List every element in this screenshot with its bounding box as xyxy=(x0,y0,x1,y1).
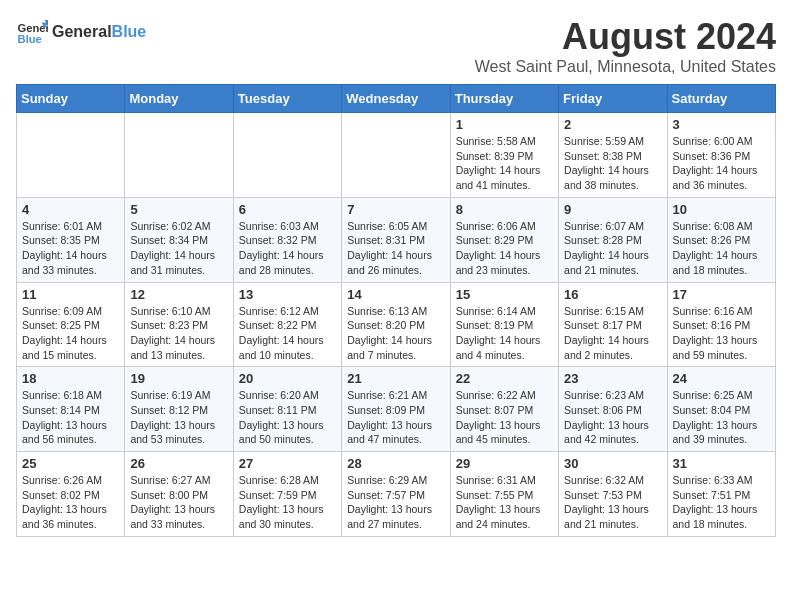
calendar-cell: 4Sunrise: 6:01 AM Sunset: 8:35 PM Daylig… xyxy=(17,197,125,282)
logo: General Blue General Blue xyxy=(16,16,146,48)
day-info: Sunrise: 6:18 AM Sunset: 8:14 PM Dayligh… xyxy=(22,388,119,447)
calendar-cell: 14Sunrise: 6:13 AM Sunset: 8:20 PM Dayli… xyxy=(342,282,450,367)
calendar-cell: 19Sunrise: 6:19 AM Sunset: 8:12 PM Dayli… xyxy=(125,367,233,452)
calendar-table: SundayMondayTuesdayWednesdayThursdayFrid… xyxy=(16,84,776,537)
calendar-cell xyxy=(17,113,125,198)
day-number: 8 xyxy=(456,202,553,217)
day-info: Sunrise: 6:14 AM Sunset: 8:19 PM Dayligh… xyxy=(456,304,553,363)
calendar-cell: 16Sunrise: 6:15 AM Sunset: 8:17 PM Dayli… xyxy=(559,282,667,367)
day-info: Sunrise: 6:31 AM Sunset: 7:55 PM Dayligh… xyxy=(456,473,553,532)
calendar-cell: 27Sunrise: 6:28 AM Sunset: 7:59 PM Dayli… xyxy=(233,452,341,537)
day-number: 22 xyxy=(456,371,553,386)
day-info: Sunrise: 6:09 AM Sunset: 8:25 PM Dayligh… xyxy=(22,304,119,363)
calendar-cell: 9Sunrise: 6:07 AM Sunset: 8:28 PM Daylig… xyxy=(559,197,667,282)
day-info: Sunrise: 6:33 AM Sunset: 7:51 PM Dayligh… xyxy=(673,473,770,532)
day-info: Sunrise: 6:06 AM Sunset: 8:29 PM Dayligh… xyxy=(456,219,553,278)
day-number: 19 xyxy=(130,371,227,386)
day-number: 4 xyxy=(22,202,119,217)
logo-icon: General Blue xyxy=(16,16,48,48)
header: General Blue General Blue August 2024 We… xyxy=(16,16,776,76)
day-info: Sunrise: 6:23 AM Sunset: 8:06 PM Dayligh… xyxy=(564,388,661,447)
page-subtitle: West Saint Paul, Minnesota, United State… xyxy=(475,58,776,76)
calendar-week-row: 18Sunrise: 6:18 AM Sunset: 8:14 PM Dayli… xyxy=(17,367,776,452)
calendar-cell: 8Sunrise: 6:06 AM Sunset: 8:29 PM Daylig… xyxy=(450,197,558,282)
day-number: 24 xyxy=(673,371,770,386)
calendar-cell: 31Sunrise: 6:33 AM Sunset: 7:51 PM Dayli… xyxy=(667,452,775,537)
calendar-cell: 26Sunrise: 6:27 AM Sunset: 8:00 PM Dayli… xyxy=(125,452,233,537)
day-info: Sunrise: 6:03 AM Sunset: 8:32 PM Dayligh… xyxy=(239,219,336,278)
day-number: 14 xyxy=(347,287,444,302)
day-info: Sunrise: 6:15 AM Sunset: 8:17 PM Dayligh… xyxy=(564,304,661,363)
logo-blue-text: Blue xyxy=(112,23,147,41)
day-number: 1 xyxy=(456,117,553,132)
calendar-cell xyxy=(125,113,233,198)
calendar-cell: 6Sunrise: 6:03 AM Sunset: 8:32 PM Daylig… xyxy=(233,197,341,282)
calendar-week-row: 4Sunrise: 6:01 AM Sunset: 8:35 PM Daylig… xyxy=(17,197,776,282)
day-info: Sunrise: 6:19 AM Sunset: 8:12 PM Dayligh… xyxy=(130,388,227,447)
calendar-cell: 1Sunrise: 5:58 AM Sunset: 8:39 PM Daylig… xyxy=(450,113,558,198)
day-number: 31 xyxy=(673,456,770,471)
calendar-cell: 10Sunrise: 6:08 AM Sunset: 8:26 PM Dayli… xyxy=(667,197,775,282)
calendar-cell: 22Sunrise: 6:22 AM Sunset: 8:07 PM Dayli… xyxy=(450,367,558,452)
title-area: August 2024 West Saint Paul, Minnesota, … xyxy=(475,16,776,76)
day-number: 6 xyxy=(239,202,336,217)
day-number: 26 xyxy=(130,456,227,471)
day-number: 21 xyxy=(347,371,444,386)
day-number: 20 xyxy=(239,371,336,386)
day-of-week-header: Friday xyxy=(559,85,667,113)
calendar-cell: 21Sunrise: 6:21 AM Sunset: 8:09 PM Dayli… xyxy=(342,367,450,452)
day-of-week-header: Monday xyxy=(125,85,233,113)
day-number: 2 xyxy=(564,117,661,132)
day-info: Sunrise: 6:32 AM Sunset: 7:53 PM Dayligh… xyxy=(564,473,661,532)
calendar-cell: 30Sunrise: 6:32 AM Sunset: 7:53 PM Dayli… xyxy=(559,452,667,537)
day-number: 23 xyxy=(564,371,661,386)
page-title: August 2024 xyxy=(475,16,776,58)
day-info: Sunrise: 6:00 AM Sunset: 8:36 PM Dayligh… xyxy=(673,134,770,193)
day-number: 12 xyxy=(130,287,227,302)
day-number: 13 xyxy=(239,287,336,302)
day-info: Sunrise: 6:29 AM Sunset: 7:57 PM Dayligh… xyxy=(347,473,444,532)
day-number: 18 xyxy=(22,371,119,386)
day-of-week-header: Saturday xyxy=(667,85,775,113)
calendar-cell: 17Sunrise: 6:16 AM Sunset: 8:16 PM Dayli… xyxy=(667,282,775,367)
day-number: 25 xyxy=(22,456,119,471)
day-info: Sunrise: 6:27 AM Sunset: 8:00 PM Dayligh… xyxy=(130,473,227,532)
day-of-week-header: Thursday xyxy=(450,85,558,113)
calendar-cell: 24Sunrise: 6:25 AM Sunset: 8:04 PM Dayli… xyxy=(667,367,775,452)
calendar-cell: 15Sunrise: 6:14 AM Sunset: 8:19 PM Dayli… xyxy=(450,282,558,367)
calendar-cell xyxy=(342,113,450,198)
day-info: Sunrise: 5:58 AM Sunset: 8:39 PM Dayligh… xyxy=(456,134,553,193)
day-number: 9 xyxy=(564,202,661,217)
day-info: Sunrise: 5:59 AM Sunset: 8:38 PM Dayligh… xyxy=(564,134,661,193)
calendar-cell: 11Sunrise: 6:09 AM Sunset: 8:25 PM Dayli… xyxy=(17,282,125,367)
day-info: Sunrise: 6:07 AM Sunset: 8:28 PM Dayligh… xyxy=(564,219,661,278)
day-info: Sunrise: 6:13 AM Sunset: 8:20 PM Dayligh… xyxy=(347,304,444,363)
day-of-week-header: Wednesday xyxy=(342,85,450,113)
calendar-cell: 28Sunrise: 6:29 AM Sunset: 7:57 PM Dayli… xyxy=(342,452,450,537)
day-info: Sunrise: 6:16 AM Sunset: 8:16 PM Dayligh… xyxy=(673,304,770,363)
day-info: Sunrise: 6:02 AM Sunset: 8:34 PM Dayligh… xyxy=(130,219,227,278)
day-number: 11 xyxy=(22,287,119,302)
day-info: Sunrise: 6:26 AM Sunset: 8:02 PM Dayligh… xyxy=(22,473,119,532)
calendar-cell: 2Sunrise: 5:59 AM Sunset: 8:38 PM Daylig… xyxy=(559,113,667,198)
calendar-cell: 25Sunrise: 6:26 AM Sunset: 8:02 PM Dayli… xyxy=(17,452,125,537)
day-number: 29 xyxy=(456,456,553,471)
calendar-cell: 7Sunrise: 6:05 AM Sunset: 8:31 PM Daylig… xyxy=(342,197,450,282)
calendar-cell: 23Sunrise: 6:23 AM Sunset: 8:06 PM Dayli… xyxy=(559,367,667,452)
day-info: Sunrise: 6:08 AM Sunset: 8:26 PM Dayligh… xyxy=(673,219,770,278)
day-info: Sunrise: 6:10 AM Sunset: 8:23 PM Dayligh… xyxy=(130,304,227,363)
calendar-week-row: 25Sunrise: 6:26 AM Sunset: 8:02 PM Dayli… xyxy=(17,452,776,537)
day-of-week-header: Sunday xyxy=(17,85,125,113)
calendar-cell: 3Sunrise: 6:00 AM Sunset: 8:36 PM Daylig… xyxy=(667,113,775,198)
day-number: 17 xyxy=(673,287,770,302)
day-info: Sunrise: 6:12 AM Sunset: 8:22 PM Dayligh… xyxy=(239,304,336,363)
day-info: Sunrise: 6:25 AM Sunset: 8:04 PM Dayligh… xyxy=(673,388,770,447)
day-number: 28 xyxy=(347,456,444,471)
day-info: Sunrise: 6:01 AM Sunset: 8:35 PM Dayligh… xyxy=(22,219,119,278)
day-number: 16 xyxy=(564,287,661,302)
day-number: 5 xyxy=(130,202,227,217)
day-number: 15 xyxy=(456,287,553,302)
day-info: Sunrise: 6:21 AM Sunset: 8:09 PM Dayligh… xyxy=(347,388,444,447)
day-info: Sunrise: 6:05 AM Sunset: 8:31 PM Dayligh… xyxy=(347,219,444,278)
day-number: 3 xyxy=(673,117,770,132)
